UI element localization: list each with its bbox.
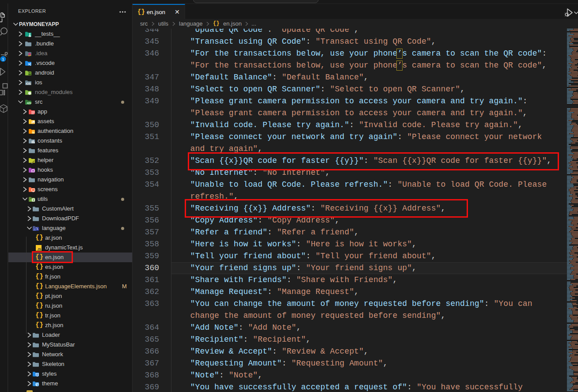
svg-text:1: 1 bbox=[2, 57, 4, 61]
svg-text:</>: </> bbox=[27, 102, 31, 105]
svg-text:iOS: iOS bbox=[26, 82, 31, 85]
svg-text:A: A bbox=[36, 228, 38, 230]
svg-text:JS: JS bbox=[37, 248, 41, 251]
